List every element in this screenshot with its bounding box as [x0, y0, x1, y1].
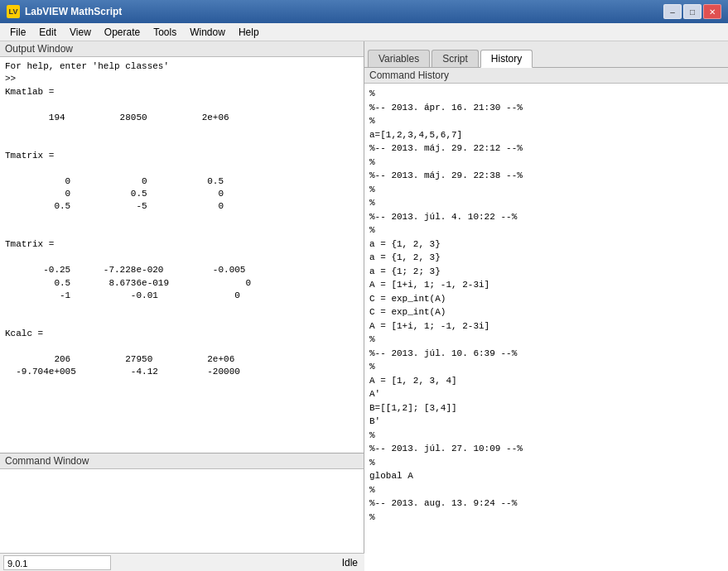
menu-bar: FileEditViewOperateToolsWindowHelp: [0, 23, 728, 41]
history-panel: Command History %%-- 2013. ápr. 16. 21:3…: [364, 68, 728, 571]
history-item[interactable]: a = {1, 2, 3}: [369, 238, 723, 252]
history-item[interactable]: %: [369, 223, 723, 238]
window-title: LabVIEW MathScript: [25, 6, 663, 17]
history-item[interactable]: A = [1+i, 1; -1, 2-3i]: [369, 319, 723, 333]
menu-item-tools[interactable]: Tools: [147, 25, 183, 40]
tabs-bar: VariablesScriptHistory: [364, 41, 728, 68]
history-item[interactable]: %: [369, 196, 723, 210]
tab-script[interactable]: Script: [431, 50, 479, 67]
history-content[interactable]: %%-- 2013. ápr. 16. 21:30 --%%a=[1,2,3,4…: [364, 84, 728, 571]
menu-item-file[interactable]: File: [3, 25, 32, 40]
history-item[interactable]: %-- 2013. júl. 27. 10:09 --%: [369, 442, 723, 456]
history-panel-title: Command History: [364, 68, 728, 84]
history-item[interactable]: %-- 2013. máj. 29. 22:12 --%: [369, 142, 723, 156]
window-controls: – □ ✕: [663, 4, 721, 19]
history-item[interactable]: %-- 2013. aug. 13. 9:24 --%: [369, 497, 723, 511]
main-layout: Output Window For help, enter 'help clas…: [0, 41, 728, 571]
history-item[interactable]: a=[1,2,3,4,5,6,7]: [369, 128, 723, 142]
history-item[interactable]: B': [369, 415, 723, 429]
minimize-button[interactable]: –: [663, 4, 682, 19]
history-item[interactable]: %-- 2013. júl. 4. 10:22 --%: [369, 210, 723, 224]
menu-item-window[interactable]: Window: [183, 25, 232, 40]
history-item[interactable]: A = [1, 2, 3, 4]: [369, 374, 723, 388]
history-item[interactable]: %-- 2013. máj. 29. 22:38 --%: [369, 169, 723, 183]
command-window-title: Command Window: [0, 453, 364, 469]
output-window: Output Window For help, enter 'help clas…: [0, 41, 364, 453]
command-window-content[interactable]: [0, 469, 364, 553]
menu-item-operate[interactable]: Operate: [98, 25, 147, 40]
output-window-content: For help, enter 'help classes' >> Kmatla…: [0, 57, 364, 453]
tab-history[interactable]: History: [480, 50, 533, 68]
history-item[interactable]: %: [369, 483, 723, 497]
menu-item-edit[interactable]: Edit: [32, 25, 63, 40]
history-item[interactable]: %: [369, 87, 723, 101]
history-item[interactable]: %-- 2013. júl. 10. 6:39 --%: [369, 347, 723, 361]
menu-item-help[interactable]: Help: [232, 25, 266, 40]
left-panel: Output Window For help, enter 'help clas…: [0, 41, 364, 571]
close-button[interactable]: ✕: [703, 4, 721, 19]
app-icon: LV: [7, 5, 20, 18]
history-item[interactable]: %: [369, 429, 723, 443]
title-bar: LV LabVIEW MathScript – □ ✕: [0, 0, 728, 23]
history-item[interactable]: B=[[1,2]; [3,4]]: [369, 401, 723, 415]
right-panel: VariablesScriptHistory Command History %…: [364, 41, 728, 571]
history-item[interactable]: C = exp_int(A): [369, 292, 723, 306]
history-item[interactable]: %: [369, 183, 723, 197]
maximize-button[interactable]: □: [683, 4, 701, 19]
history-item[interactable]: %: [369, 360, 723, 374]
history-item[interactable]: a = {1, 2, 3}: [369, 251, 723, 265]
history-item[interactable]: a = {1; 2; 3}: [369, 265, 723, 279]
output-text: For help, enter 'help classes' >> Kmatla…: [5, 60, 359, 379]
history-item[interactable]: A = [1+i, 1; -1, 2-3i]: [369, 278, 723, 292]
tab-variables[interactable]: Variables: [368, 50, 430, 67]
menu-item-view[interactable]: View: [63, 25, 98, 40]
version-display: 9.0.1: [3, 555, 111, 570]
history-item[interactable]: %: [369, 456, 723, 470]
status-label: Idle: [342, 557, 361, 569]
history-item[interactable]: %: [369, 156, 723, 170]
history-item[interactable]: %: [369, 333, 723, 347]
history-item[interactable]: global A: [369, 469, 723, 483]
status-bar: 9.0.1 Idle: [0, 553, 364, 571]
command-window: Command Window: [0, 453, 364, 553]
history-item[interactable]: C = exp_int(A): [369, 305, 723, 319]
output-window-title: Output Window: [0, 41, 364, 57]
history-item[interactable]: %: [369, 511, 723, 525]
history-item[interactable]: %-- 2013. ápr. 16. 21:30 --%: [369, 101, 723, 115]
history-item[interactable]: %: [369, 114, 723, 128]
history-item[interactable]: A': [369, 387, 723, 401]
